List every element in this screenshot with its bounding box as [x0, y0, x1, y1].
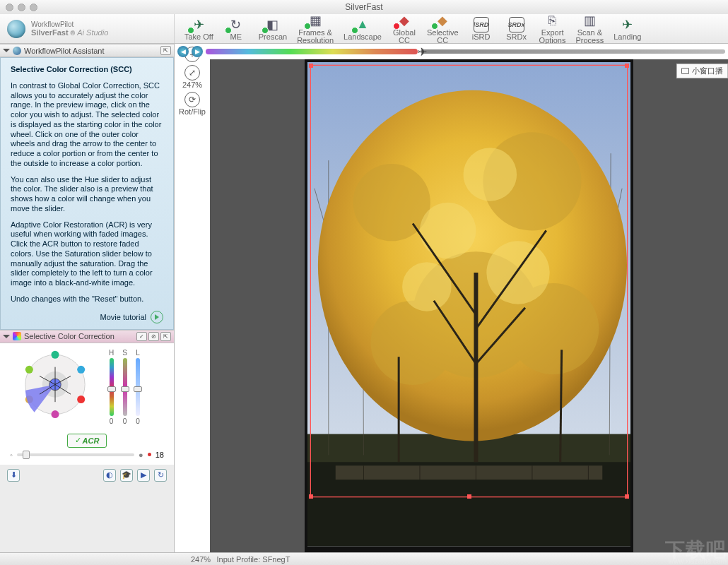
cancel-button[interactable]: ⊘ [148, 332, 159, 341]
toolbar-label: Export Options [539, 29, 566, 44]
apply-button[interactable]: ✓ [136, 332, 147, 341]
toolbar-globalcc-button[interactable]: ◆Global CC [392, 13, 417, 44]
preview-viewport: ◀ ▶ ✈ ＋ ⤢247% ⟳Rot/Flip [175, 44, 728, 552]
footer-profile: Input Profile: SFnegT [216, 555, 290, 564]
frames-icon: ▦ [305, 13, 325, 28]
panel-header-assistant[interactable]: WorkflowPilot Assistant ⇱ [0, 44, 174, 57]
crop-selection[interactable] [310, 65, 628, 497]
assist-paragraph: Undo changes with the "Reset" button. [11, 295, 163, 304]
play-icon[interactable] [151, 311, 163, 323]
svg-point-8 [25, 365, 33, 373]
rotate-flip-button[interactable]: ⟳Rot/Flip [179, 92, 206, 116]
isrd-icon: iSRD [471, 17, 491, 32]
crop-handle-nw[interactable] [309, 64, 313, 68]
slider-thumb[interactable] [107, 386, 116, 392]
status-bar: 247% Input Profile: SFnegT [0, 552, 728, 565]
toolbar-takeoff-button[interactable]: ✈Take Off [184, 17, 213, 41]
lightness-slider[interactable]: L 0 [136, 349, 140, 428]
export-icon: ⎘ [543, 13, 563, 28]
acr-saturation-slider[interactable] [17, 453, 134, 456]
timeline-remaining[interactable]: ✈ [421, 49, 725, 54]
crop-handle-se[interactable] [625, 494, 629, 499]
toolbar-selcc-button[interactable]: ◆Selective CC [427, 13, 459, 44]
plane-marker-icon: ✈ [418, 45, 427, 59]
status-badge-icon [187, 27, 194, 34]
toolbar-frames-button[interactable]: ▦Frames & Resolution [297, 13, 334, 44]
me-icon: ↻ [226, 17, 246, 32]
window-title: SilverFast [0, 2, 728, 12]
brand-subtitle: WorkflowPilot [31, 20, 108, 28]
toolbar-label: Take Off [184, 33, 213, 41]
hue-slider[interactable]: H 0 [109, 349, 114, 428]
slider-thumb[interactable] [23, 451, 30, 459]
color-wheel[interactable] [6, 349, 105, 428]
toolbar-label: Global CC [393, 29, 416, 44]
toolbar-landing-button[interactable]: ✈Landing [613, 17, 641, 41]
toolbar-label: Scan & Process [576, 29, 604, 44]
next-step-button[interactable]: ▶ [192, 46, 203, 57]
toolbar-label: Frames & Resolution [297, 29, 334, 44]
disclosure-icon [3, 335, 10, 342]
indicator-dot [148, 453, 151, 456]
slider-inc-icon: ● [139, 451, 143, 459]
prev-step-button[interactable]: ◀ [177, 46, 189, 57]
saturation-slider[interactable]: S 0 [122, 349, 127, 428]
app-header: WorkflowPilot SilverFast® Ai Studio ✈Tak… [0, 14, 728, 44]
toolbar-landscape-button[interactable]: ▲Landscape [344, 17, 382, 41]
crop-handle-ne[interactable] [625, 64, 629, 68]
selcc-icon: ◆ [433, 13, 452, 28]
crop-handle-s[interactable] [467, 494, 471, 499]
toolbar-label: ME [230, 33, 242, 41]
globalcc-icon: ◆ [394, 13, 414, 28]
crop-handle-sw[interactable] [309, 494, 313, 499]
assist-paragraph: Adaptive Color Restoration (ACR) is very… [11, 220, 163, 288]
takeoff-icon: ✈ [189, 17, 209, 32]
toolbar-isrd-button[interactable]: iSRDiSRD [469, 17, 494, 41]
watermark-url: www.xiazaiba.com [669, 557, 727, 565]
toolbar-prescan-button[interactable]: ◧Prescan [259, 17, 287, 41]
panel-header-scc[interactable]: Selective Color Correction ✓ ⊘ ⇱ [0, 330, 174, 343]
status-badge-icon [225, 27, 232, 34]
landscape-icon: ▲ [353, 17, 372, 32]
scc-action-row: ⬇ ◐ 🎓 ▶ ↻ [0, 465, 174, 486]
workflow-timeline: ◀ ▶ ✈ [175, 44, 728, 59]
slider-thumb[interactable] [134, 386, 142, 392]
toolbar-me-button[interactable]: ↻ME [223, 17, 249, 41]
toolbar-scan-button[interactable]: ▥Scan & Process [576, 13, 604, 44]
slider-thumb[interactable] [121, 386, 129, 392]
toolbar-export-button[interactable]: ⎘Export Options [539, 13, 566, 44]
expert-button[interactable]: 🎓 [120, 469, 133, 482]
preview-canvas[interactable] [210, 59, 728, 552]
assistant-panel: Selective Color Correction (SCC) In cont… [0, 57, 174, 330]
toolbar-label: iSRD [472, 33, 491, 41]
save-preset-button[interactable]: ⬇ [7, 469, 20, 482]
toolbar-srdx-button[interactable]: SRDxSRDx [504, 17, 529, 41]
panel-title: WorkflowPilot Assistant [24, 47, 105, 55]
brand-area: WorkflowPilot SilverFast® Ai Studio [0, 14, 175, 43]
status-badge-icon [262, 27, 269, 34]
assist-heading: Selective Color Correction (SCC) [11, 65, 132, 73]
reset-button[interactable]: ↻ [154, 469, 167, 482]
window-titlebar: SilverFast [0, 0, 728, 14]
sidebar: WorkflowPilot Assistant ⇱ Selective Colo… [0, 44, 175, 552]
detach-panel-button[interactable]: ⇱ [160, 46, 171, 55]
eyedropper-button[interactable]: ◐ [103, 469, 116, 482]
preview-button[interactable]: ▶ [137, 469, 150, 482]
acr-button[interactable]: ✓ACR [67, 434, 107, 448]
toolbar-label: Selective CC [427, 29, 459, 44]
mini-window-popup[interactable]: 小窗口播 [676, 64, 728, 78]
toolbar: ✈Take Off↻ME◧Prescan▦Frames & Resolution… [175, 14, 728, 43]
zoom-fit-button[interactable]: ⤢247% [182, 65, 202, 89]
movie-tutorial-link[interactable]: Movie tutorial [100, 313, 146, 321]
tv-icon [681, 68, 689, 74]
toolbar-label: Prescan [259, 33, 287, 41]
scan-icon: ▥ [580, 13, 599, 28]
assist-paragraph: You can also use the Hue slider to adjus… [11, 175, 163, 214]
globe-icon [13, 47, 21, 55]
svg-point-4 [77, 365, 85, 373]
timeline-progress[interactable] [206, 49, 418, 54]
srdx-icon: SRDx [507, 17, 527, 32]
detach-panel-button[interactable]: ⇱ [160, 332, 171, 341]
app-logo-icon [7, 20, 25, 38]
scc-panel: H 0 S 0 L 0 ✓AC [0, 343, 174, 465]
